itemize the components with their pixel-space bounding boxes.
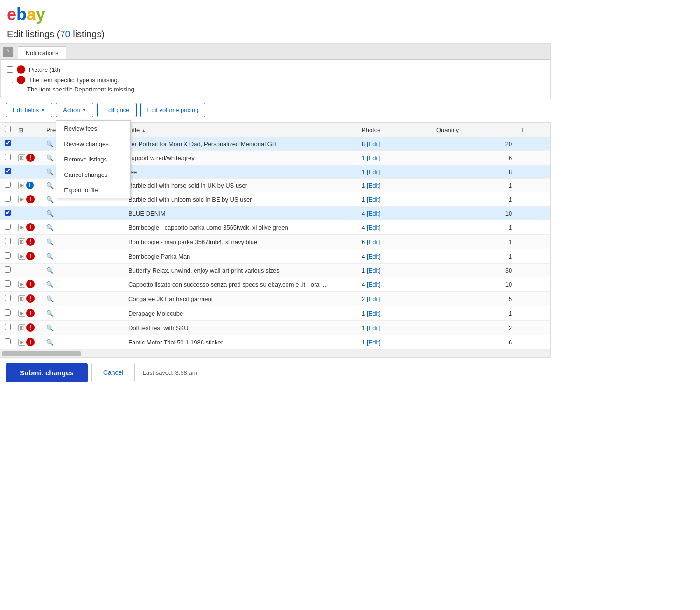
photos-edit-link[interactable]: [Edit] xyxy=(367,324,381,331)
photos-edit-link[interactable]: [Edit] xyxy=(367,295,381,302)
expand-icon[interactable]: ⊞ xyxy=(18,310,25,317)
edit-volume-pricing-button[interactable]: Edit volume pricing xyxy=(140,103,206,117)
row-checkbox[interactable] xyxy=(5,338,11,344)
notifications-panel: ^ Notifications ! Picture (18) ! The ite… xyxy=(0,43,551,98)
search-icon[interactable]: 🔍 xyxy=(46,140,54,147)
row-checkbox[interactable] xyxy=(5,196,11,202)
photos-edit-link[interactable]: [Edit] xyxy=(367,339,381,346)
search-icon[interactable]: 🔍 xyxy=(46,196,54,203)
expand-icon[interactable]: ⊞ xyxy=(18,238,25,245)
error-icon: ! xyxy=(26,309,35,317)
row-title-cell: rse xyxy=(125,165,358,179)
photos-edit-link[interactable]: [Edit] xyxy=(367,267,381,274)
row-checkbox[interactable] xyxy=(5,154,11,160)
row-checkbox[interactable] xyxy=(5,252,11,259)
row-checkbox-cell xyxy=(0,220,14,235)
row-checkbox[interactable] xyxy=(5,210,11,216)
photo-count: 1 xyxy=(362,339,367,346)
expand-icon[interactable]: ⊞ xyxy=(18,339,25,346)
expand-icon[interactable]: ⊞ xyxy=(18,295,25,302)
search-icon[interactable]: 🔍 xyxy=(46,182,54,189)
search-icon[interactable]: 🔍 xyxy=(46,238,54,245)
photos-edit-link[interactable]: [Edit] xyxy=(367,196,381,203)
row-extra-cell xyxy=(518,207,550,220)
row-icons-cell: ⊞i xyxy=(14,179,42,192)
action-review-fees[interactable]: Review fees xyxy=(56,121,130,136)
row-preview-cell: 🔍 xyxy=(42,277,125,292)
search-icon[interactable]: 🔍 xyxy=(46,295,54,302)
submit-changes-button[interactable]: Submit changes xyxy=(6,363,88,382)
search-icon[interactable]: 🔍 xyxy=(46,154,54,161)
notification-checkbox-2[interactable] xyxy=(7,77,13,83)
notification-checkbox-1[interactable] xyxy=(7,66,13,73)
row-checkbox[interactable] xyxy=(5,309,11,316)
search-icon[interactable]: 🔍 xyxy=(46,339,54,346)
expand-icon[interactable]: ⊞ xyxy=(18,253,25,260)
horizontal-scrollbar[interactable] xyxy=(0,350,550,357)
row-checkbox[interactable] xyxy=(5,168,11,174)
photos-edit-link[interactable]: [Edit] xyxy=(367,182,381,189)
error-icon: ! xyxy=(26,154,35,162)
photos-edit-link[interactable]: [Edit] xyxy=(367,238,381,245)
row-checkbox[interactable] xyxy=(5,182,11,188)
row-title-cell: Barbie doll with unicorn sold in BE by U… xyxy=(125,192,358,207)
search-icon[interactable]: 🔍 xyxy=(46,210,54,217)
edit-price-button[interactable]: Edit price xyxy=(97,103,136,117)
row-preview-cell: 🔍 xyxy=(42,292,125,306)
photos-edit-link[interactable]: [Edit] xyxy=(367,140,381,147)
expand-icon[interactable]: ⊞ xyxy=(18,281,25,288)
search-icon[interactable]: 🔍 xyxy=(46,253,54,260)
row-checkbox-cell xyxy=(0,321,14,335)
error-icon: ! xyxy=(26,280,35,288)
search-icon[interactable]: 🔍 xyxy=(46,224,54,231)
row-icons-cell: ⊞! xyxy=(14,249,42,264)
table-row: 🔍Butterfly Relax, unwind, enjoy wall art… xyxy=(0,264,550,277)
action-button[interactable]: Action ▼ xyxy=(56,103,93,117)
expand-icon[interactable]: ⊞ xyxy=(18,324,25,331)
expand-icon[interactable]: ⊞ xyxy=(18,196,25,203)
notifications-tab-label[interactable]: Notifications xyxy=(18,46,67,59)
row-title-cell: support w red/white/grey xyxy=(125,151,358,165)
photos-edit-link[interactable]: [Edit] xyxy=(367,253,381,260)
action-review-changes[interactable]: Review changes xyxy=(56,136,130,152)
expand-icon[interactable]: ⊞ xyxy=(18,182,25,189)
photos-edit-link[interactable]: [Edit] xyxy=(367,310,381,317)
row-checkbox[interactable] xyxy=(5,224,11,230)
photos-edit-link[interactable]: [Edit] xyxy=(367,210,381,217)
search-icon[interactable]: 🔍 xyxy=(46,267,54,274)
row-checkbox-cell xyxy=(0,335,14,350)
table-row: 🔍BLUE DENIM4 [Edit]10 xyxy=(0,207,550,220)
photos-edit-link[interactable]: [Edit] xyxy=(367,154,381,161)
photo-count: 1 xyxy=(362,196,367,203)
search-icon[interactable]: 🔍 xyxy=(46,324,54,331)
photos-edit-link[interactable]: [Edit] xyxy=(367,224,381,231)
scroll-thumb[interactable] xyxy=(2,351,81,356)
row-quantity-cell: 8 xyxy=(433,165,518,179)
search-icon[interactable]: 🔍 xyxy=(46,281,54,288)
photos-edit-link[interactable]: [Edit] xyxy=(367,281,381,288)
error-icon: ! xyxy=(26,195,35,203)
row-photos-cell: 1 [Edit] xyxy=(358,335,433,350)
action-export-to-file[interactable]: Export to file xyxy=(56,182,130,198)
expand-icon[interactable]: ⊞ xyxy=(18,224,25,231)
photos-edit-link[interactable]: [Edit] xyxy=(367,168,381,175)
row-checkbox[interactable] xyxy=(5,324,11,330)
collapse-button[interactable]: ^ xyxy=(3,47,13,57)
row-checkbox[interactable] xyxy=(5,140,11,146)
search-icon[interactable]: 🔍 xyxy=(46,310,54,317)
edit-fields-button[interactable]: Edit fields ▼ xyxy=(6,103,52,117)
expand-icon[interactable]: ⊞ xyxy=(18,154,25,161)
cancel-button[interactable]: Cancel xyxy=(91,363,135,382)
row-checkbox[interactable] xyxy=(5,295,11,301)
row-checkbox[interactable] xyxy=(5,266,11,273)
action-remove-listings[interactable]: Remove listings xyxy=(56,152,130,167)
row-checkbox[interactable] xyxy=(5,280,11,287)
row-title-cell: Derapage Molecube xyxy=(125,306,358,321)
row-title-cell: Bomboogie - man parka 3567tmb4, xl navy … xyxy=(125,235,358,249)
photo-count: 1 xyxy=(362,324,367,331)
search-icon[interactable]: 🔍 xyxy=(46,168,54,175)
action-cancel-changes[interactable]: Cancel changes xyxy=(56,167,130,182)
row-checkbox[interactable] xyxy=(5,238,11,244)
select-all-checkbox[interactable] xyxy=(5,126,11,132)
col-header-quantity: Quantity xyxy=(433,123,518,137)
